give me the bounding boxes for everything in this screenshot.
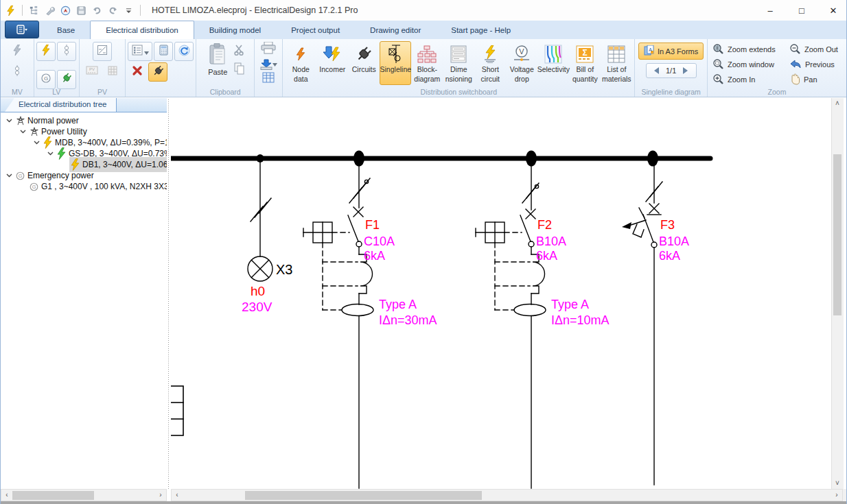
lamp-circuit[interactable] — [248, 161, 272, 281]
rcd-sensitivity-label[interactable]: IΔn=30mA — [379, 313, 437, 327]
rcd-toroid[interactable] — [514, 304, 546, 316]
rcd-toroid[interactable] — [342, 304, 373, 316]
scroll-down-icon[interactable]: ˅ — [832, 478, 843, 489]
copy-icon[interactable] — [233, 62, 246, 77]
in-a3-forms-button[interactable]: A In A3 Forms — [638, 43, 704, 60]
feeder-breaking-label[interactable]: 6kA — [536, 249, 557, 263]
scroll-right-icon[interactable]: › — [831, 490, 842, 501]
lv-consumer-button[interactable] — [57, 70, 76, 89]
print-icon[interactable] — [261, 42, 276, 57]
selectivity-button[interactable]: Selectivity — [537, 41, 569, 85]
busbar-node[interactable] — [647, 151, 658, 167]
tab-electrical-distribution[interactable]: Electrical distribution — [90, 21, 194, 39]
expander-chevron-icon[interactable] — [17, 130, 28, 134]
tree-item-body[interactable]: GG1 , 3~400V , 100 kVA, N2XH 3X35- — [28, 182, 167, 191]
delete-button[interactable] — [128, 62, 147, 82]
lv-node-button[interactable] — [36, 42, 56, 61]
zoom-out-button[interactable]: Zoom Out — [787, 42, 844, 57]
mv-insulator-button[interactable] — [8, 62, 27, 82]
rcd-type-label[interactable]: Type A — [551, 298, 589, 311]
lv-insulator-button[interactable] — [57, 42, 76, 61]
tab-drawing-editor[interactable]: Drawing editor — [355, 21, 436, 39]
vertical-scrollbar[interactable]: ˄ ˅ — [831, 98, 844, 489]
voltage-drop-button[interactable]: VVoltagedrop — [506, 41, 537, 85]
feeder-f3[interactable] — [622, 163, 662, 485]
tree-item-body[interactable]: DB1, 3~400V, ΔU=1.069 — [69, 157, 167, 172]
close-button[interactable]: ✕ — [826, 5, 841, 16]
bill-of-quantity-button[interactable]: ΣBill ofquantity — [569, 41, 601, 85]
table-icon[interactable] — [262, 72, 275, 86]
feeder-rating-label[interactable]: B10A — [659, 235, 689, 248]
tab-base[interactable]: Base — [42, 21, 90, 39]
block-diagram-button[interactable]: Block-diagram — [411, 41, 443, 85]
compass-icon[interactable] — [60, 5, 71, 16]
refresh-button[interactable] — [174, 42, 194, 61]
tree-item-normal-power[interactable]: Normal power — [1, 115, 167, 126]
feeder-id-label[interactable]: F2 — [537, 218, 552, 232]
tree-item-body[interactable]: GEmergency power — [14, 171, 167, 180]
tab-start-page-help[interactable]: Start page - Help — [436, 21, 526, 39]
incomer-button[interactable]: Incomer — [316, 41, 348, 85]
page-prev-icon[interactable] — [654, 67, 659, 74]
tab-building-model[interactable]: Building model — [194, 21, 276, 39]
scroll-right-icon[interactable]: › — [155, 490, 166, 501]
calculator-button[interactable] — [154, 42, 173, 61]
expander-chevron-icon[interactable] — [31, 141, 42, 145]
feeder-rating-label[interactable]: B10A — [536, 235, 566, 248]
zoom-extends-button[interactable]: Zoom extends — [710, 42, 787, 57]
tree-tab[interactable]: Electrical distribution tree — [5, 98, 117, 112]
feeder-breaking-label[interactable]: 6kA — [364, 249, 385, 263]
canvas-scroll-thumb[interactable] — [245, 491, 482, 500]
canvas-horizontal-scrollbar[interactable]: ‹ › — [171, 489, 843, 501]
rcd-type-label[interactable]: Type A — [379, 298, 417, 311]
pv-table-button[interactable] — [103, 62, 122, 82]
pv-panel-button[interactable] — [93, 42, 112, 61]
lamp-id-label[interactable]: X3 — [276, 262, 292, 277]
scroll-up-icon[interactable]: ˄ — [832, 98, 843, 109]
save-icon[interactable] — [76, 5, 87, 16]
page-next-icon[interactable] — [683, 67, 688, 74]
scroll-left-icon[interactable]: ‹ — [1, 490, 12, 501]
minimize-button[interactable]: – — [763, 5, 778, 16]
short-circuit-button[interactable]: Shortcircuit — [474, 41, 506, 85]
vertical-scroll-thumb[interactable] — [833, 154, 842, 315]
dimensioning-button[interactable]: Dimensioning — [443, 41, 474, 85]
feeder-id-label[interactable]: F3 — [660, 218, 675, 232]
list-of-materials-button[interactable]: List ofmaterials — [601, 41, 632, 85]
expander-chevron-icon[interactable] — [3, 173, 14, 178]
pan-button[interactable]: Pan — [787, 72, 844, 87]
wrench-icon[interactable] — [44, 5, 56, 16]
application-menu-button[interactable] — [5, 21, 39, 38]
export-button[interactable] — [260, 59, 277, 70]
lv-generator-button[interactable]: G — [36, 70, 56, 89]
previous-button[interactable]: Previous — [787, 57, 844, 72]
redo-icon[interactable] — [107, 5, 119, 16]
expander-chevron-icon[interactable] — [45, 152, 56, 156]
connect-consumer-button[interactable] — [148, 62, 167, 82]
expander-chevron-icon[interactable] — [3, 119, 14, 123]
tree-item-db1[interactable]: DB1, 3~400V, ΔU=1.069 — [1, 159, 167, 170]
circuits-button[interactable]: Circuits — [348, 41, 380, 85]
scroll-left-icon[interactable]: ‹ — [172, 490, 183, 501]
tree-item-emergency-power[interactable]: GEmergency power — [1, 170, 167, 181]
tree-scroll-thumb[interactable] — [12, 491, 94, 500]
lamp-voltage-label[interactable]: 230V — [242, 300, 272, 314]
tab-project-output[interactable]: Project output — [276, 21, 355, 39]
feeder-rating-label[interactable]: C10A — [364, 235, 395, 248]
lamp-code-label[interactable]: h0 — [251, 284, 265, 298]
feeder-f2[interactable] — [476, 163, 546, 488]
feeder-breaking-label[interactable]: 6kA — [659, 249, 680, 263]
zoom-in-button[interactable]: Zoom In — [710, 72, 787, 87]
feeder-f1[interactable] — [303, 163, 373, 488]
tree-horizontal-scrollbar[interactable]: ‹ › — [1, 489, 167, 501]
view-options-button[interactable] — [128, 42, 152, 61]
tree-item-g1[interactable]: GG1 , 3~400V , 100 kVA, N2XH 3X35- — [1, 181, 167, 192]
zoom-window-button[interactable]: Zoom window — [710, 57, 787, 72]
rcd-sensitivity-label[interactable]: IΔn=10mA — [551, 313, 610, 327]
diagram-canvas[interactable]: X3 h0 230V — [171, 98, 831, 489]
tree-icon[interactable] — [28, 5, 40, 16]
undo-icon[interactable] — [91, 5, 103, 16]
singleline-button[interactable]: Singleline — [380, 41, 411, 85]
qat-more-icon[interactable] — [123, 5, 135, 16]
maximize-button[interactable]: □ — [794, 5, 809, 16]
